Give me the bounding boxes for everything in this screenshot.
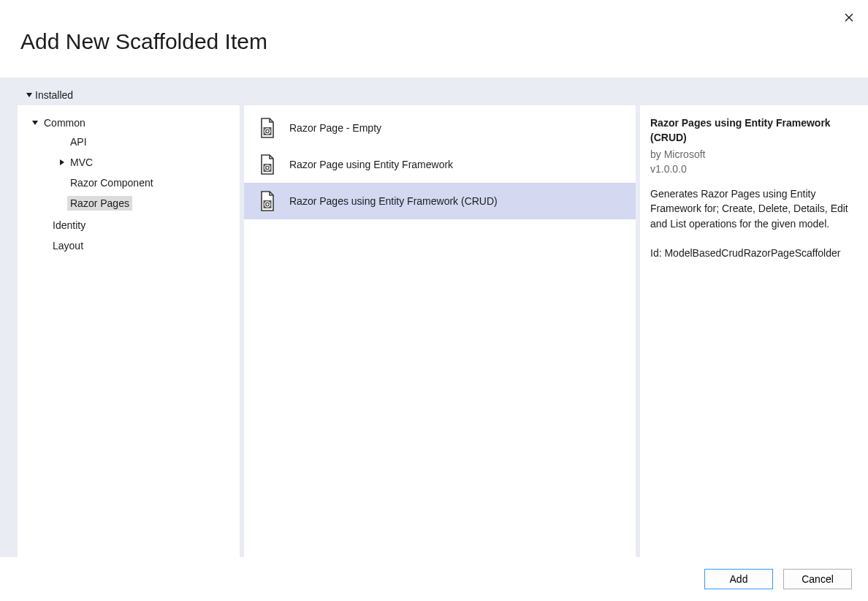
tree-node-label: Common bbox=[41, 116, 88, 130]
template-label: Razor Pages using Entity Framework (CRUD… bbox=[289, 195, 498, 207]
tree-node-mvc[interactable]: MVC bbox=[23, 154, 234, 171]
close-button[interactable] bbox=[842, 10, 856, 25]
page-icon bbox=[259, 118, 276, 138]
close-icon bbox=[845, 13, 853, 22]
template-details: Razor Pages using Entity Framework (CRUD… bbox=[640, 105, 868, 557]
tree-node-label: MVC bbox=[67, 155, 96, 170]
details-title: Razor Pages using Entity Framework (CRUD… bbox=[650, 116, 858, 145]
tree-node-label: Identity bbox=[50, 218, 88, 233]
dialog-title: Add New Scaffolded Item bbox=[20, 29, 267, 54]
tree-node-identity[interactable]: Identity bbox=[23, 216, 234, 234]
dialog-body: Installed Common API bbox=[0, 78, 868, 557]
add-button[interactable]: Add bbox=[704, 569, 773, 589]
cancel-button[interactable]: Cancel bbox=[783, 569, 852, 589]
tab-installed[interactable]: Installed bbox=[22, 83, 77, 105]
tree-node-layout[interactable]: Layout bbox=[23, 237, 234, 254]
template-label: Razor Page using Entity Framework bbox=[289, 159, 453, 170]
tree-node-label: Layout bbox=[50, 238, 86, 253]
chevron-right-icon bbox=[60, 159, 64, 165]
details-id: Id: ModelBasedCrudRazorPageScaffolder bbox=[650, 246, 858, 260]
tree-node-razor-pages[interactable]: Razor Pages bbox=[23, 194, 234, 212]
tree-node-razor-component[interactable]: Razor Component bbox=[23, 174, 234, 192]
tree-node-label: Razor Component bbox=[67, 175, 156, 190]
dialog-header: Add New Scaffolded Item bbox=[0, 0, 868, 78]
details-description: Generates Razor Pages using Entity Frame… bbox=[650, 186, 858, 231]
template-list: Razor Page - Empty Razor Page using Enti… bbox=[244, 105, 636, 557]
tab-label: Installed bbox=[35, 89, 73, 101]
tree-node-common[interactable]: Common bbox=[23, 114, 234, 132]
page-icon bbox=[259, 191, 276, 211]
details-version: v1.0.0.0 bbox=[650, 162, 858, 176]
chevron-down-icon bbox=[26, 93, 32, 97]
scaffold-dialog: Add New Scaffolded Item Installed bbox=[0, 0, 868, 601]
template-item-ef[interactable]: Razor Page using Entity Framework bbox=[244, 146, 636, 183]
tree-node-label: API bbox=[67, 135, 90, 149]
tree-node-label: Razor Pages bbox=[67, 196, 132, 211]
tree-node-api[interactable]: API bbox=[23, 133, 234, 151]
template-item-crud[interactable]: Razor Pages using Entity Framework (CRUD… bbox=[244, 183, 636, 219]
template-label: Razor Page - Empty bbox=[289, 122, 381, 134]
details-author: by Microsoft bbox=[650, 147, 858, 162]
category-tree: Common API MVC bbox=[18, 105, 240, 557]
columns: Common API MVC bbox=[0, 105, 868, 557]
page-icon bbox=[259, 154, 276, 175]
dialog-footer: Add Cancel bbox=[0, 557, 868, 601]
chevron-down-icon bbox=[32, 121, 38, 125]
template-item-empty[interactable]: Razor Page - Empty bbox=[244, 110, 636, 146]
category-tabbar: Installed bbox=[0, 78, 868, 105]
